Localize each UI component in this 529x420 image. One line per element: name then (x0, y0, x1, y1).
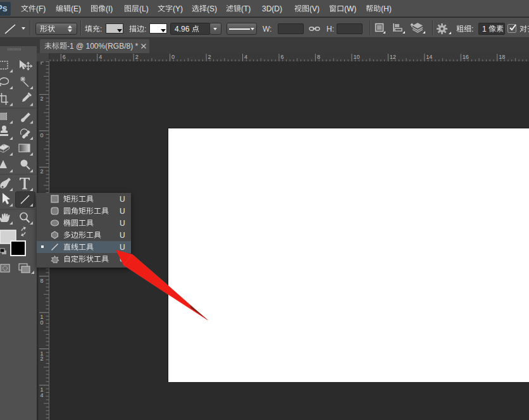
svg-text:4: 4 (40, 392, 44, 398)
svg-text:12: 12 (390, 54, 396, 60)
svg-text:18: 18 (499, 54, 505, 60)
svg-text:2: 2 (40, 168, 44, 175)
svg-text:14: 14 (426, 54, 432, 60)
svg-text:2: 2 (40, 96, 44, 102)
svg-text:4: 4 (244, 54, 247, 60)
svg-text:8: 8 (317, 54, 320, 60)
svg-text:8: 8 (40, 278, 44, 284)
svg-text:4: 4 (99, 54, 102, 60)
svg-text:10: 10 (353, 54, 359, 60)
svg-text:6: 6 (63, 54, 66, 60)
svg-text:2: 2 (40, 355, 44, 362)
svg-text:0: 0 (40, 319, 44, 326)
svg-text:16: 16 (463, 54, 469, 60)
svg-text:2: 2 (135, 54, 139, 60)
svg-text:2: 2 (208, 54, 211, 60)
svg-text:0: 0 (171, 54, 175, 60)
svg-text:6: 6 (280, 54, 283, 60)
svg-text:0: 0 (40, 132, 44, 139)
